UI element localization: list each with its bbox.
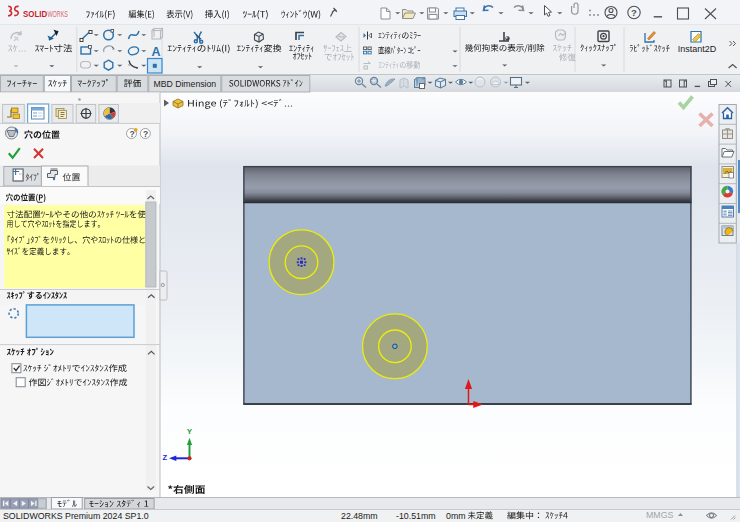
svg-text:?: ? [129,129,134,139]
svg-text:-10.51mm: -10.51mm [396,511,436,521]
svg-text:Y: Y [187,427,193,436]
svg-text:0mm: 0mm [446,511,466,521]
svg-text:?: ? [143,129,148,139]
svg-text:22.48mm: 22.48mm [341,511,378,521]
svg-text:SOLID: SOLID [23,9,47,19]
svg-text:?: ? [631,7,637,18]
svg-text:MBD Dimension: MBD Dimension [153,79,216,89]
svg-text:Instant2D: Instant2D [678,44,717,54]
svg-text:SOLIDWORKS Premium 2024 SP1.0: SOLIDWORKS Premium 2024 SP1.0 [3,511,149,521]
svg-text:Z: Z [163,453,168,462]
svg-text:A: A [151,45,160,59]
svg-text:WORKS: WORKS [47,9,68,19]
svg-text:MMGS: MMGS [646,510,673,520]
